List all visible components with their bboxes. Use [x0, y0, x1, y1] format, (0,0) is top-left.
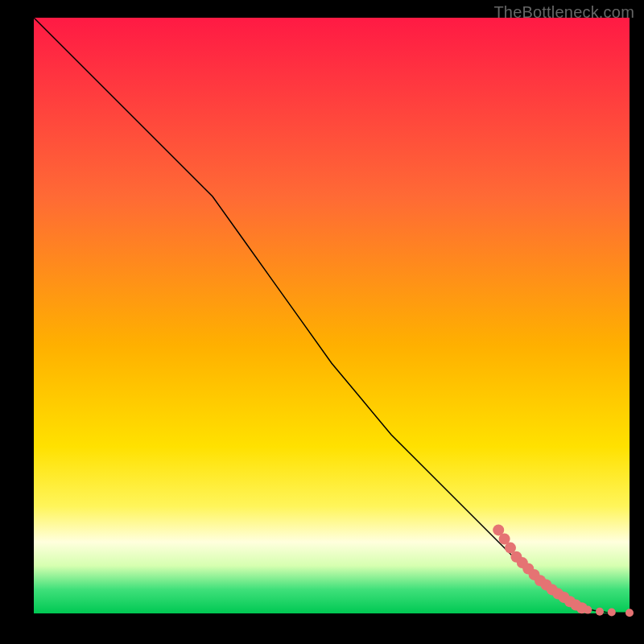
chart-overlay — [34, 18, 630, 613]
watermark-text: TheBottleneck.com — [493, 3, 634, 22]
chart-line — [34, 18, 630, 613]
scatter-point — [596, 608, 604, 616]
chart-scatter-points — [493, 524, 634, 617]
scatter-point — [584, 606, 592, 614]
scatter-point — [625, 609, 634, 617]
chart-plot-area — [34, 18, 630, 613]
scatter-point — [608, 609, 616, 617]
chart-frame: TheBottleneck.com — [0, 0, 644, 644]
